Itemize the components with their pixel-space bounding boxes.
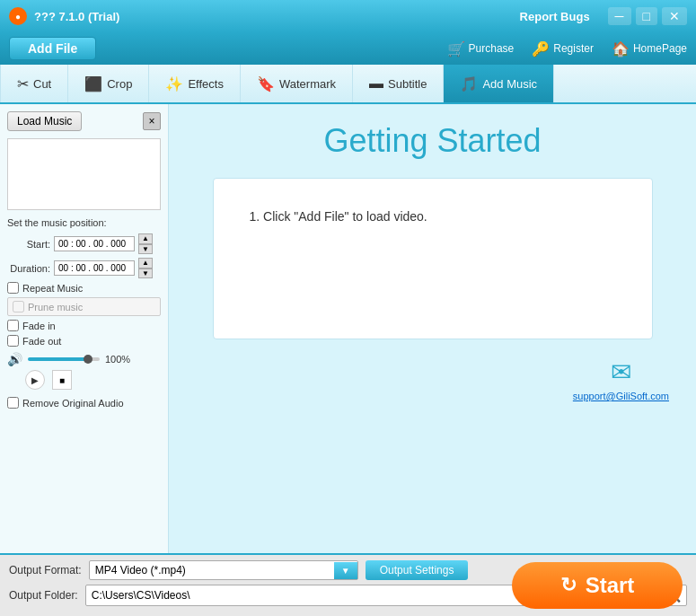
subtitle-icon: ▬ <box>369 75 383 92</box>
format-select-value: MP4 Video (*.mp4) <box>90 561 334 579</box>
tab-watermark-label: Watermark <box>279 77 336 91</box>
prune-music-label: Prune music <box>28 302 83 312</box>
cart-icon: 🛒 <box>447 40 465 57</box>
report-bugs-label: Report Bugs <box>520 10 590 23</box>
title-bar-right: Report Bugs ─ □ ✕ <box>520 7 687 25</box>
load-music-button[interactable]: Load Music <box>7 111 82 131</box>
instructions-box: 1. Click "Add File" to load video. <box>213 178 653 339</box>
getting-started-title: Getting Started <box>323 122 541 160</box>
left-panel-close-button[interactable]: × <box>143 112 161 130</box>
volume-row: 🔊 100% <box>7 352 161 366</box>
action-bar: Add File 🛒 Purchase 🔑 Register 🏠 HomePag… <box>0 32 696 65</box>
watermark-icon: 🔖 <box>257 75 275 92</box>
start-time-row: Start: ▲ ▼ <box>7 233 161 254</box>
prune-music-checkbox[interactable] <box>13 301 24 312</box>
duration-time-row: Duration: ▲ ▼ <box>7 258 161 278</box>
maximize-button[interactable]: □ <box>636 7 657 25</box>
tab-effects[interactable]: ✨ Effects <box>149 65 241 102</box>
duration-label: Duration: <box>7 263 50 274</box>
title-bar-left: ● ??? 7.1.0 (Trial) <box>9 7 119 25</box>
app-title: ??? 7.1.0 (Trial) <box>34 10 119 23</box>
left-panel: Load Music × Set the music position: Sta… <box>0 104 169 553</box>
email-link[interactable]: support@GiliSoft.com <box>573 391 669 401</box>
output-folder-label: Output Folder: <box>9 589 78 602</box>
register-icon: 🔑 <box>532 40 550 57</box>
remove-original-audio-row: Remove Original Audio <box>7 397 161 409</box>
duration-time-spinner[interactable]: ▲ ▼ <box>138 258 153 278</box>
email-area: ✉ support@GiliSoft.com <box>573 357 669 401</box>
music-preview-area <box>7 138 161 210</box>
duration-spin-up[interactable]: ▲ <box>138 258 153 268</box>
purchase-label: Purchase <box>469 42 515 55</box>
home-icon: 🏠 <box>612 40 630 57</box>
playback-row: ▶ ■ <box>25 370 161 390</box>
email-icon: ✉ <box>611 357 631 387</box>
register-label: Register <box>553 42 594 55</box>
volume-percent: 100% <box>105 354 130 365</box>
tab-crop-label: Crop <box>107 77 132 91</box>
add-file-button[interactable]: Add File <box>9 37 96 60</box>
fade-in-row: Fade in <box>7 320 161 331</box>
tab-watermark[interactable]: 🔖 Watermark <box>241 65 353 102</box>
output-settings-button[interactable]: Output Settings <box>366 560 469 580</box>
tab-effects-label: Effects <box>188 77 224 91</box>
slider-thumb <box>84 355 93 364</box>
tab-subtitle[interactable]: ▬ Subtitle <box>353 65 444 102</box>
remove-original-audio-label: Remove Original Audio <box>22 398 124 409</box>
output-format-label: Output Format: <box>9 564 82 576</box>
repeat-music-row: Repeat Music <box>7 282 161 294</box>
right-panel: Getting Started 1. Click "Add File" to l… <box>169 104 696 553</box>
volume-icon: 🔊 <box>7 352 22 366</box>
register-link[interactable]: 🔑 Register <box>532 40 594 57</box>
crop-icon: ⬛ <box>84 75 102 92</box>
fade-out-row: Fade out <box>7 335 161 347</box>
add-music-icon: 🎵 <box>460 75 478 92</box>
tab-crop[interactable]: ⬛ Crop <box>68 65 149 102</box>
main-content: Load Music × Set the music position: Sta… <box>0 104 696 553</box>
repeat-music-checkbox[interactable] <box>7 282 19 294</box>
fade-out-checkbox[interactable] <box>7 335 19 347</box>
stop-button[interactable]: ■ <box>52 370 72 390</box>
start-spin-up[interactable]: ▲ <box>138 233 153 244</box>
fade-in-checkbox[interactable] <box>7 320 19 331</box>
volume-slider[interactable] <box>28 357 100 361</box>
homepage-link[interactable]: 🏠 HomePage <box>612 40 687 57</box>
minimize-button[interactable]: ─ <box>608 7 631 25</box>
bottom-bar: Output Format: MP4 Video (*.mp4) ▼ Outpu… <box>0 553 696 616</box>
cut-icon: ✂ <box>17 75 29 92</box>
left-panel-header: Load Music × <box>7 111 161 131</box>
close-button[interactable]: ✕ <box>662 7 687 25</box>
prune-music-row: Prune music <box>7 297 161 316</box>
start-button[interactable]: ↻ Start <box>512 562 683 609</box>
format-dropdown-button[interactable]: ▼ <box>334 562 357 579</box>
tab-subtitle-label: Subtitle <box>388 77 427 91</box>
position-label: Set the music position: <box>7 217 161 228</box>
repeat-music-label: Repeat Music <box>22 283 83 294</box>
start-label: Start <box>586 573 635 598</box>
remove-original-audio-checkbox[interactable] <box>7 397 19 409</box>
instruction-text: 1. Click "Add File" to load video. <box>250 209 427 224</box>
duration-spin-down[interactable]: ▼ <box>138 268 153 279</box>
action-links: 🛒 Purchase 🔑 Register 🏠 HomePage <box>447 40 687 57</box>
tab-cut-label: Cut <box>33 77 51 91</box>
play-button[interactable]: ▶ <box>25 370 45 390</box>
start-label: Start: <box>7 239 50 250</box>
duration-time-input[interactable] <box>54 260 135 276</box>
tab-add-music-label: Add Music <box>482 77 537 91</box>
tabs-bar: ✂ Cut ⬛ Crop ✨ Effects 🔖 Watermark ▬ Sub… <box>0 65 696 104</box>
homepage-label: HomePage <box>633 42 687 55</box>
app-icon: ● <box>9 7 27 25</box>
tab-add-music[interactable]: 🎵 Add Music <box>444 65 554 102</box>
title-bar: ● ??? 7.1.0 (Trial) Report Bugs ─ □ ✕ <box>0 0 696 32</box>
close-x-icon: × <box>148 115 154 128</box>
format-select-wrapper: MP4 Video (*.mp4) ▼ <box>89 560 358 580</box>
effects-icon: ✨ <box>165 75 183 92</box>
start-time-input[interactable] <box>54 236 135 251</box>
start-icon: ↻ <box>560 574 577 597</box>
fade-out-label: Fade out <box>22 336 61 347</box>
fade-in-label: Fade in <box>22 321 56 331</box>
tab-cut[interactable]: ✂ Cut <box>0 65 68 102</box>
purchase-link[interactable]: 🛒 Purchase <box>447 40 515 57</box>
start-spin-down[interactable]: ▼ <box>138 244 153 255</box>
start-time-spinner[interactable]: ▲ ▼ <box>138 233 153 254</box>
